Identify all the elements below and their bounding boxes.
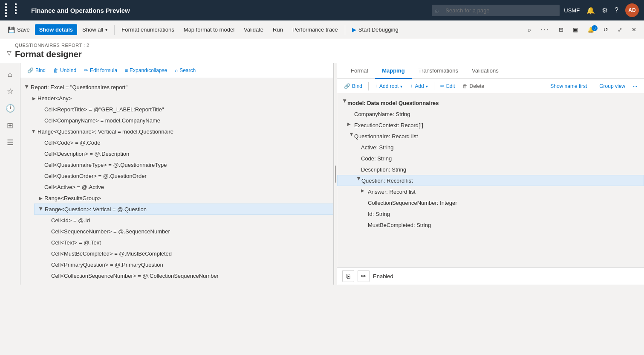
tab-format[interactable]: Format: [344, 63, 375, 79]
favorites-icon[interactable]: ☆: [3, 84, 18, 99]
model-item-question[interactable]: ▶ Question: Record list: [337, 175, 644, 186]
panel-toggle-button[interactable]: ▣: [569, 24, 582, 35]
tree-item[interactable]: ▶ Cell<QuestionnaireType> = @.Questionna…: [34, 159, 333, 170]
splitter[interactable]: [334, 63, 337, 285]
tree-item[interactable]: ▶ Cell<PrimaryQuestion> = @.PrimaryQuest…: [41, 259, 333, 270]
tree-expand-icon[interactable]: ▶: [347, 122, 354, 128]
model-item[interactable]: Description: String: [337, 164, 644, 175]
tree-item[interactable]: ▶ Range<Question>: Vertical = @.Question: [34, 204, 333, 215]
tree-expand-icon[interactable]: ▶: [31, 95, 38, 102]
badge: 0: [592, 25, 598, 31]
help-icon[interactable]: ?: [615, 6, 618, 14]
show-details-button[interactable]: Show details: [35, 24, 77, 35]
tree-item[interactable]: ▶ Range<ResultsGroup>: [34, 192, 333, 204]
tree-expand-icon[interactable]: ▶: [38, 206, 45, 212]
bind-button-left[interactable]: 🔗 Bind: [24, 66, 49, 75]
modules-icon[interactable]: ☰: [3, 135, 18, 150]
tab-validations[interactable]: Validations: [465, 63, 505, 79]
add-root-button[interactable]: + Add root ▾: [371, 81, 406, 91]
model-item[interactable]: ▶ model: Data model Questionnaires: [337, 97, 644, 108]
bottom-bar: ⎘ ✏ Enabled: [337, 267, 644, 285]
performance-trace-button[interactable]: Performance trace: [288, 24, 342, 35]
tab-mapping[interactable]: Mapping: [375, 63, 411, 79]
run-button[interactable]: Run: [269, 24, 287, 35]
model-item[interactable]: ▶ Answer: Record list: [337, 186, 644, 197]
save-button[interactable]: 💾 Save: [3, 24, 34, 35]
tree-expand-icon[interactable]: ▶: [361, 188, 368, 195]
app-title: Finance and Operations Preview: [31, 7, 427, 14]
search-button-left[interactable]: ⌕ Search: [171, 66, 199, 75]
bind-button-right[interactable]: 🔗 Bind: [341, 81, 366, 91]
show-name-first-button[interactable]: Show name first: [547, 81, 590, 91]
start-debugging-button[interactable]: ▶ Start Debugging: [348, 24, 403, 35]
global-search-input[interactable]: [432, 5, 560, 16]
tree-item[interactable]: ▶ Cell<CollectionSequenceNumber> = @.Col…: [41, 270, 333, 281]
map-format-to-model-button[interactable]: Map format to model: [179, 24, 239, 35]
show-all-button[interactable]: Show all ▾: [78, 24, 112, 35]
tree-item[interactable]: ▶ Report: Excel = "Questionnaires report…: [20, 81, 333, 93]
tab-transformations[interactable]: Transformations: [412, 63, 465, 79]
add-button[interactable]: + Add ▾: [407, 81, 431, 91]
avatar[interactable]: AD: [625, 3, 639, 17]
tree-item[interactable]: ▶ Range<Questionnaire>: Vertical = model…: [27, 126, 333, 137]
badge-button[interactable]: 🔔 0: [583, 24, 598, 35]
model-item[interactable]: MustBeCompleted: String: [337, 219, 644, 230]
right-panel: Format Mapping Transformations Validatio…: [337, 63, 644, 285]
tree-expand-icon[interactable]: ▶: [24, 84, 31, 90]
refresh-icon: ↺: [604, 26, 608, 33]
search-toolbar-button[interactable]: ⌕: [523, 24, 535, 35]
tree-item[interactable]: ▶ Cell<CompanyName> = model.CompanyName: [34, 115, 333, 126]
home-icon[interactable]: ⌂: [3, 67, 18, 82]
model-item[interactable]: CollectionSequenceNumber: Integer: [337, 197, 644, 208]
tree-item[interactable]: ▶ Cell<Description> = @.Description: [34, 148, 333, 159]
tree-expand-icon[interactable]: ▶: [341, 99, 347, 106]
tree-expand-icon[interactable]: ▶: [347, 133, 354, 140]
tree-item[interactable]: ▶ Cell<Code> = @.Code: [34, 137, 333, 148]
tree-expand-icon[interactable]: ▶: [355, 177, 361, 184]
splitter-handle: [335, 166, 336, 183]
expand-collapse-button[interactable]: ≡ Expand/collapse: [121, 66, 170, 75]
apps-grid-icon[interactable]: [5, 3, 23, 17]
page-header: ▽ QUESTIONNAIRES REPORT : 2 Format desig…: [0, 39, 644, 63]
model-item[interactable]: Active: String: [337, 142, 644, 153]
tree-item[interactable]: ▶ Header<Any>: [27, 93, 333, 104]
company-selector[interactable]: USMF: [564, 7, 580, 14]
workspaces-icon[interactable]: ⊞: [3, 118, 18, 133]
expand-icon: ⤢: [618, 26, 622, 33]
unbind-button[interactable]: 🗑 Unbind: [50, 66, 80, 75]
model-item[interactable]: CompanyName: String: [337, 108, 644, 119]
delete-button[interactable]: 🗑 Delete: [459, 81, 488, 91]
model-item[interactable]: ▶ ExecutionContext: Record[!]: [337, 119, 644, 131]
recent-icon[interactable]: 🕐: [3, 101, 18, 116]
more-options-right-button[interactable]: ···: [630, 81, 641, 91]
expand-button[interactable]: ⤢: [613, 24, 627, 35]
close-button[interactable]: ✕: [627, 24, 641, 35]
refresh-button[interactable]: ↺: [599, 24, 612, 35]
more-options-button[interactable]: ···: [536, 23, 554, 36]
copy-icon-button[interactable]: ⎘: [342, 270, 354, 282]
tree-item[interactable]: ▶ Cell<ReportTitle> = @"GER_LABEL:Report…: [34, 104, 333, 115]
tree-item[interactable]: ▶ Cell<Id> = @.Id: [41, 215, 333, 226]
tree-item[interactable]: ▶ Cell<Active> = @.Active: [34, 181, 333, 192]
model-item[interactable]: Id: String: [337, 208, 644, 219]
notification-icon[interactable]: 🔔: [586, 6, 595, 15]
group-view-button[interactable]: Group view: [596, 81, 629, 91]
edit-formula-button[interactable]: ✏ Edit formula: [81, 66, 121, 75]
settings-icon[interactable]: ⚙: [602, 6, 608, 15]
edit-icon-button[interactable]: ✏: [358, 270, 370, 282]
chevron-down-icon: ▾: [105, 27, 107, 32]
tree-item[interactable]: ▶ Cell<MustBeCompleted> = @.MustBeComple…: [41, 248, 333, 259]
grid-view-button[interactable]: ⊞: [554, 24, 568, 35]
format-enumerations-button[interactable]: Format enumerations: [117, 24, 179, 35]
tree-item[interactable]: ▶ Cell<Text> = @.Text: [41, 237, 333, 248]
edit-button[interactable]: ✏ Edit: [437, 81, 459, 91]
tree-item[interactable]: ▶ Cell<QuestionOrder> = @.QuestionOrder: [34, 170, 333, 181]
tree-expand-icon[interactable]: ▶: [31, 128, 38, 135]
filter-icon[interactable]: ▽: [7, 49, 12, 56]
edit-icon-right: ✏: [440, 83, 445, 89]
tree-expand-icon[interactable]: ▶: [38, 195, 44, 201]
model-item[interactable]: ▶ Questionnaire: Record list: [337, 131, 644, 142]
model-item[interactable]: Code: String: [337, 153, 644, 164]
tree-item[interactable]: ▶ Cell<SequenceNumber> = @.SequenceNumbe…: [41, 226, 333, 237]
validate-button[interactable]: Validate: [240, 24, 268, 35]
